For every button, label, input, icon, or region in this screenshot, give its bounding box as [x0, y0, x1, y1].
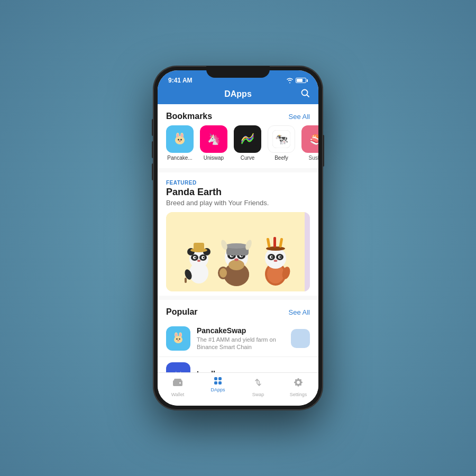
bookmarks-row: Pancake... 🦄 Uniswap — [158, 125, 318, 168]
featured-desc: Breed and play with Your Friends. — [166, 199, 310, 207]
wallet-icon — [172, 377, 183, 390]
notch — [206, 66, 270, 78]
svg-rect-32 — [185, 278, 187, 283]
svg-point-6 — [177, 134, 179, 138]
svg-point-7 — [181, 134, 183, 138]
bookmark-uniswap[interactable]: 🦄 Uniswap — [200, 125, 227, 161]
bookmarks-section: Bookmarks See All — [158, 104, 318, 168]
search-button[interactable] — [300, 88, 310, 100]
svg-point-10 — [179, 141, 181, 142]
popular-item-lordless[interactable]: ⚔ Lordless — [158, 357, 318, 372]
popular-item-pancake[interactable]: PancakeSwap The #1 AMM and yield farm on… — [158, 321, 318, 357]
panda-char-left — [183, 239, 215, 286]
battery-icon — [296, 78, 308, 83]
bookmark-pancake[interactable]: Pancake... — [166, 125, 194, 161]
popular-pancake-icon — [166, 326, 190, 351]
tab-dapps-label: DApps — [210, 387, 225, 392]
svg-point-59 — [274, 260, 278, 262]
svg-text:🍣: 🍣 — [309, 134, 318, 145]
svg-point-26 — [195, 257, 196, 259]
svg-text:🐄: 🐄 — [275, 133, 288, 145]
uniswap-icon: 🦄 — [200, 125, 227, 153]
svg-point-70 — [179, 333, 181, 336]
svg-point-72 — [179, 338, 180, 340]
pancake-icon — [166, 125, 194, 153]
popular-pancake-info: PancakeSwap The #1 AMM and yield farm on… — [197, 326, 285, 351]
sushi-icon: 🍣 — [301, 125, 318, 153]
tab-bar: Wallet DApps Swap — [158, 372, 318, 406]
tab-dapps[interactable]: DApps — [198, 377, 238, 397]
bookmarks-title: Bookmarks — [166, 112, 212, 121]
svg-point-36 — [228, 260, 244, 270]
nav-title: DApps — [224, 89, 252, 99]
curve-label: Curve — [234, 155, 261, 161]
popular-pancake-desc: The #1 AMM and yield farm on Binance Sma… — [197, 336, 285, 351]
svg-line-1 — [307, 95, 309, 97]
panda-char-middle — [217, 233, 257, 286]
tab-swap[interactable]: Swap — [238, 377, 278, 397]
popular-title: Popular — [166, 307, 198, 317]
panda-char-right — [259, 236, 293, 286]
svg-point-71 — [176, 338, 178, 340]
bookmarks-see-all[interactable]: See All — [289, 113, 310, 121]
popular-section: Popular See All — [158, 300, 318, 372]
svg-rect-63 — [279, 238, 283, 248]
svg-point-49 — [219, 268, 227, 278]
phone-screen: 9:41 AM DApps — [158, 70, 318, 406]
bookmarks-header: Bookmarks See All — [158, 104, 318, 125]
featured-section: FEATURED Panda Earth Breed and play with… — [158, 172, 318, 296]
bookmark-beefy[interactable]: 🐄 Beefy — [268, 125, 295, 161]
svg-point-73 — [177, 340, 179, 341]
status-icons — [286, 78, 308, 84]
status-time: 9:41 AM — [168, 77, 193, 84]
svg-text:🦄: 🦄 — [207, 133, 221, 145]
svg-point-69 — [175, 333, 177, 336]
settings-icon — [293, 377, 304, 390]
popular-lordless-icon: ⚔ — [166, 362, 190, 372]
svg-point-28 — [197, 260, 200, 262]
curve-icon — [234, 125, 261, 153]
featured-label: FEATURED — [166, 180, 310, 186]
svg-point-3 — [175, 136, 185, 144]
tab-swap-label: Swap — [252, 392, 264, 397]
sushi-label: Sushi — [301, 155, 318, 161]
phone-frame: 9:41 AM DApps — [153, 66, 323, 410]
nav-bar: DApps — [158, 86, 318, 104]
tab-wallet[interactable]: Wallet — [158, 377, 198, 397]
svg-point-58 — [279, 256, 281, 258]
featured-title: Panda Earth — [166, 187, 310, 198]
pancake-label: Pancake... — [166, 155, 194, 161]
featured-banner[interactable] — [166, 212, 310, 291]
bookmark-curve[interactable]: Curve — [234, 125, 261, 161]
svg-rect-61 — [267, 238, 271, 248]
swap-icon — [253, 377, 263, 390]
tab-settings[interactable]: Settings — [278, 377, 318, 397]
svg-rect-30 — [194, 243, 204, 250]
wifi-icon — [286, 78, 294, 84]
tab-wallet-label: Wallet — [171, 392, 185, 397]
uniswap-label: Uniswap — [200, 155, 227, 161]
svg-point-45 — [225, 243, 248, 249]
dapps-icon — [214, 377, 222, 385]
tab-settings-label: Settings — [290, 392, 307, 397]
svg-point-0 — [302, 90, 308, 96]
popular-header: Popular See All — [158, 300, 318, 321]
svg-point-8 — [178, 139, 179, 141]
beefy-icon: 🐄 — [268, 125, 295, 153]
popular-see-all[interactable]: See All — [289, 308, 310, 316]
svg-rect-62 — [273, 237, 276, 248]
svg-point-27 — [203, 257, 205, 259]
svg-point-66 — [174, 336, 182, 343]
popular-pancake-name: PancakeSwap — [197, 326, 285, 335]
svg-point-9 — [180, 139, 182, 141]
svg-point-43 — [234, 259, 239, 261]
svg-point-57 — [271, 256, 273, 258]
popular-pancake-peek — [291, 329, 310, 348]
bookmark-sushi[interactable]: 🍣 Sushi — [301, 125, 318, 161]
content-scroll[interactable]: Bookmarks See All — [158, 104, 318, 372]
beefy-label: Beefy — [268, 155, 295, 161]
